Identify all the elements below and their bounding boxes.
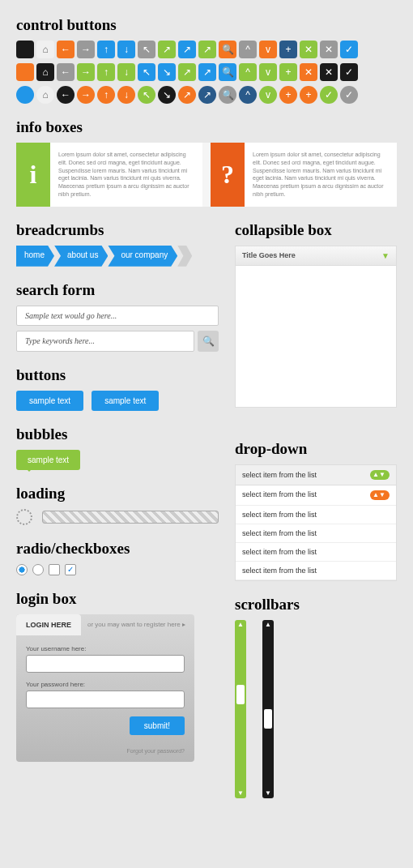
- control-icon[interactable]: ↖: [138, 41, 155, 58]
- control-icon[interactable]: ↓: [117, 41, 135, 58]
- search-button[interactable]: 🔍: [198, 331, 219, 352]
- scroll-thumb[interactable]: [264, 709, 272, 729]
- control-icon[interactable]: ✓: [340, 63, 358, 81]
- control-icon[interactable]: ^: [239, 41, 257, 58]
- control-icon[interactable]: ↗: [178, 41, 196, 58]
- login-tab[interactable]: LOGIN HERE: [16, 614, 81, 635]
- bubbles-section: bubbles sample text: [16, 425, 219, 470]
- control-icon[interactable]: ⌂: [36, 41, 54, 58]
- breadcrumb-item[interactable]: about us: [54, 246, 108, 267]
- dropdown-item[interactable]: select item from the list: [236, 543, 396, 562]
- control-icon[interactable]: ↖: [138, 86, 155, 104]
- control-icon[interactable]: ↑: [97, 63, 115, 81]
- control-icon[interactable]: ↑: [97, 86, 115, 104]
- dropdown-header[interactable]: select item from the list ▲▼: [236, 465, 396, 485]
- control-icon[interactable]: ⌂: [36, 86, 54, 104]
- control-icon[interactable]: 🔍: [219, 86, 236, 104]
- control-icon[interactable]: +: [279, 86, 297, 104]
- control-icon[interactable]: v: [259, 86, 277, 104]
- scroll-up-icon[interactable]: ▲: [235, 620, 246, 630]
- control-icon[interactable]: ↘: [158, 63, 176, 81]
- control-icon[interactable]: ↗: [158, 41, 176, 58]
- control-icon[interactable]: ↑: [97, 41, 115, 58]
- control-icon[interactable]: →: [77, 41, 95, 58]
- control-icon[interactable]: ✕: [320, 63, 338, 81]
- control-icon[interactable]: ↗: [198, 86, 216, 104]
- scroll-down-icon[interactable]: ▼: [235, 789, 246, 798]
- speech-bubble: sample text: [16, 450, 80, 470]
- control-icon[interactable]: ^: [239, 63, 257, 81]
- control-icon[interactable]: ↓: [117, 63, 135, 81]
- control-icon[interactable]: +: [279, 63, 297, 81]
- control-icon[interactable]: ↘: [158, 86, 176, 104]
- control-icon[interactable]: ↗: [198, 63, 216, 81]
- submit-button[interactable]: submit!: [130, 716, 185, 735]
- sample-button[interactable]: sample text: [16, 391, 83, 411]
- control-icon[interactable]: ↗: [178, 63, 196, 81]
- control-icon[interactable]: ←: [57, 63, 75, 81]
- control-icon[interactable]: ✕: [300, 41, 317, 58]
- breadcrumb-item[interactable]: home: [16, 246, 54, 267]
- breadcrumb-item[interactable]: our company: [108, 246, 177, 267]
- control-icon[interactable]: 🔍: [219, 41, 236, 58]
- dropdown-item[interactable]: select item from the list ▲▼: [236, 485, 396, 506]
- control-buttons-section: control buttons ⌂←→↑↓↖↗↗↗🔍^v+✕✕✓⌂←→↑↓↖↘↗…: [16, 16, 397, 104]
- scroll-down-icon[interactable]: ▼: [262, 789, 274, 798]
- dropdown-toggle-icon[interactable]: ▲▼: [370, 470, 390, 480]
- control-icon[interactable]: 🔍: [219, 63, 236, 81]
- control-icon[interactable]: +: [300, 86, 317, 104]
- control-icon[interactable]: ↗: [198, 41, 216, 58]
- control-icon[interactable]: →: [77, 86, 95, 104]
- control-icon[interactable]: ^: [239, 86, 257, 104]
- control-icon[interactable]: v: [259, 41, 277, 58]
- breadcrumb: home about us our company: [16, 246, 219, 267]
- scroll-thumb[interactable]: [236, 685, 245, 704]
- control-icon[interactable]: ✕: [320, 41, 338, 58]
- search-input[interactable]: Type keywords here...: [16, 331, 194, 352]
- control-icon[interactable]: [16, 63, 34, 81]
- password-input[interactable]: [26, 691, 185, 708]
- control-icon[interactable]: v: [259, 63, 277, 81]
- radio-checked[interactable]: [16, 564, 28, 575]
- control-icon[interactable]: ✓: [340, 41, 358, 58]
- control-icon[interactable]: ✓: [340, 86, 358, 104]
- control-icon[interactable]: ↖: [138, 63, 155, 81]
- info-box: i Lorem ipsum dolor sit amet, consectetu…: [16, 143, 202, 207]
- control-icon[interactable]: →: [77, 63, 95, 81]
- control-icon[interactable]: ←: [57, 86, 75, 104]
- radio-unchecked[interactable]: [32, 564, 44, 575]
- loading-section: loading: [16, 485, 219, 525]
- collapsible-header[interactable]: Title Goes Here ▼: [236, 246, 396, 266]
- dropdown-toggle-icon[interactable]: ▲▼: [370, 490, 390, 500]
- control-icon[interactable]: ←: [57, 41, 75, 58]
- control-icon[interactable]: [16, 41, 34, 58]
- heading-search: search form: [16, 281, 219, 299]
- heading-buttons: buttons: [16, 366, 219, 384]
- control-icon[interactable]: [16, 86, 34, 104]
- register-link[interactable]: or you may want to register here ▸: [81, 614, 192, 635]
- control-icon[interactable]: +: [279, 41, 297, 58]
- control-icon[interactable]: ↓: [117, 86, 135, 104]
- search-input[interactable]: Sample text would go here...: [16, 306, 219, 326]
- control-icon[interactable]: ↗: [178, 86, 196, 104]
- collapsible-box: Title Goes Here ▼: [235, 246, 397, 408]
- info-text: Lorem ipsum dolor sit amet, consectetur …: [245, 143, 397, 207]
- dropdown-item[interactable]: select item from the list: [236, 506, 396, 524]
- scrollbar-green[interactable]: ▲ ▼: [235, 620, 246, 798]
- sample-button[interactable]: sample text: [92, 391, 159, 411]
- collapsible-title: Title Goes Here: [242, 251, 296, 259]
- info-text: Lorem ipsum dolor sit amet, consectetur …: [50, 143, 202, 207]
- username-input[interactable]: [26, 655, 185, 673]
- dropdown-item[interactable]: select item from the list: [236, 562, 396, 580]
- control-icon[interactable]: ✓: [320, 86, 338, 104]
- control-icon[interactable]: ✕: [300, 63, 317, 81]
- forgot-password-link[interactable]: Forgot your password?: [16, 745, 194, 762]
- checkbox-unchecked[interactable]: [49, 564, 60, 575]
- dropdown-item[interactable]: select item from the list: [236, 524, 396, 543]
- scrollbar-black[interactable]: ▲ ▼: [262, 620, 274, 798]
- checkbox-checked[interactable]: ✓: [65, 564, 76, 575]
- heading-dropdown: drop-down: [235, 440, 397, 458]
- control-icon[interactable]: ⌂: [36, 63, 54, 81]
- collapsible-section: collapsible box Title Goes Here ▼: [235, 221, 397, 408]
- scroll-up-icon[interactable]: ▲: [262, 620, 274, 630]
